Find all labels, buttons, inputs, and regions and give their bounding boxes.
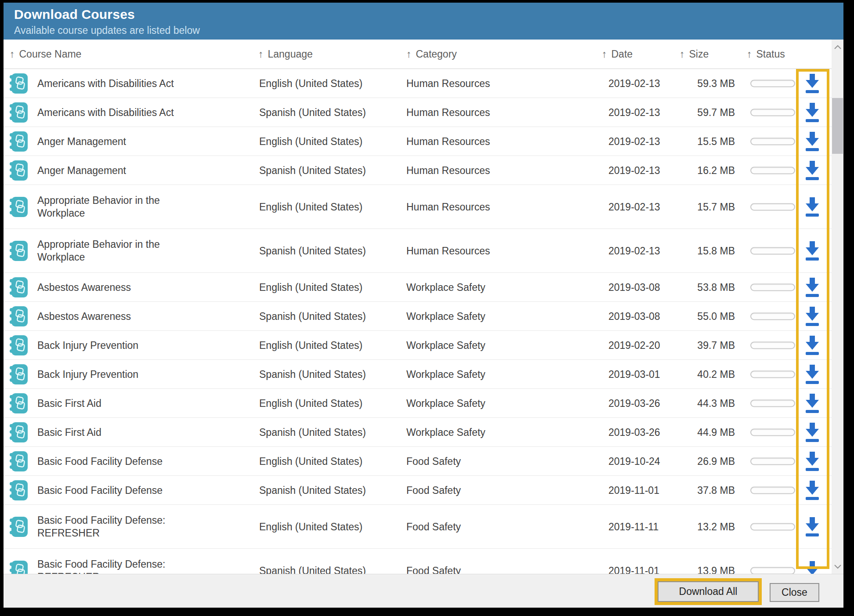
course-category: Food Safety (406, 455, 461, 467)
table-row: Anger Management English (United States)… (4, 127, 832, 156)
download-course-button[interactable] (800, 364, 825, 384)
course-name: Asbestos Awareness (37, 310, 209, 322)
scrollbar-thumb[interactable] (832, 98, 843, 154)
table-row: Basic Food Facility Defense: REFRESHER E… (4, 505, 832, 549)
course-size: 15.7 MB (680, 201, 735, 213)
download-course-button[interactable] (800, 241, 825, 261)
course-language: Spanish (United States) (259, 426, 366, 438)
download-progress-bar (750, 523, 795, 530)
course-size: 53.8 MB (680, 281, 735, 293)
download-arrow-icon (803, 561, 821, 574)
download-arrow-icon (803, 393, 821, 413)
course-size: 40.2 MB (680, 368, 735, 380)
download-course-button[interactable] (800, 102, 825, 123)
download-arrow-icon (803, 241, 821, 261)
course-name: Basic First Aid (37, 397, 209, 409)
table-row: Americans with Disabilities Act English … (4, 69, 832, 98)
download-course-button[interactable] (800, 197, 825, 217)
download-all-button[interactable]: Download All (658, 581, 759, 602)
course-name: Asbestos Awareness (37, 281, 209, 294)
download-course-button[interactable] (800, 277, 825, 297)
download-course-button[interactable] (800, 73, 825, 94)
course-language: English (United States) (259, 77, 362, 89)
course-icon (9, 240, 28, 262)
screenshot-frame: Download Courses Available course update… (0, 0, 854, 616)
course-size: 15.5 MB (680, 135, 735, 147)
sort-ascending-icon: ↑ (258, 48, 264, 60)
course-name: Basic Food Facility Defense: REFRESHER (37, 514, 209, 540)
download-arrow-icon (803, 160, 821, 181)
download-arrow-icon (803, 306, 821, 326)
course-icon (9, 392, 28, 414)
course-date: 2019-11-11 (608, 521, 659, 533)
course-category: Workplace Safety (406, 339, 485, 351)
download-arrow-icon (803, 451, 821, 471)
table-row: Appropriate Behavior in the Workplace Sp… (4, 229, 832, 273)
course-language: English (United States) (259, 201, 362, 213)
course-language: Spanish (United States) (259, 565, 366, 574)
course-icon (9, 196, 28, 218)
course-name: Appropriate Behavior in the Workplace (37, 238, 209, 264)
column-header-status[interactable]: ↑Status (747, 48, 785, 60)
column-header-course-name[interactable]: ↑Course Name (10, 48, 81, 60)
close-button[interactable]: Close (770, 583, 819, 602)
download-course-button[interactable] (800, 393, 825, 413)
download-course-button[interactable] (800, 422, 825, 442)
course-date: 2019-02-13 (608, 77, 660, 89)
download-progress-bar (750, 341, 795, 349)
sort-ascending-icon: ↑ (680, 48, 685, 60)
download-arrow-icon (803, 131, 821, 152)
course-icon (9, 479, 28, 501)
download-course-button[interactable] (800, 131, 825, 152)
download-progress-bar (750, 203, 795, 210)
course-name: Basic First Aid (37, 426, 209, 438)
course-category: Human Resources (406, 245, 490, 257)
sort-ascending-icon: ↑ (10, 48, 15, 60)
download-course-button[interactable] (800, 480, 825, 500)
download-course-button[interactable] (800, 451, 825, 471)
download-progress-bar (750, 457, 795, 465)
course-language: Spanish (United States) (259, 164, 366, 176)
download-course-button[interactable] (800, 561, 825, 574)
table-row: Americans with Disabilities Act Spanish … (4, 98, 832, 127)
download-courses-dialog: Download Courses Available course update… (4, 3, 843, 608)
course-list: Americans with Disabilities Act English … (4, 69, 832, 574)
dialog-title: Download Courses (14, 7, 843, 22)
course-size: 13.9 MB (680, 565, 735, 574)
course-category: Workplace Safety (406, 281, 485, 293)
course-icon (9, 334, 28, 356)
column-header-date[interactable]: ↑Date (602, 48, 633, 60)
download-course-button[interactable] (800, 335, 825, 355)
scroll-up-button[interactable] (832, 40, 843, 54)
download-course-button[interactable] (800, 306, 825, 326)
scroll-down-button[interactable] (832, 559, 843, 574)
column-header-language[interactable]: ↑Language (258, 48, 313, 60)
course-icon (9, 560, 28, 574)
course-icon (9, 421, 28, 443)
column-header-category[interactable]: ↑Category (406, 48, 457, 60)
download-arrow-icon (803, 480, 821, 500)
chevron-down-icon (834, 564, 842, 569)
download-course-button[interactable] (800, 160, 825, 181)
course-icon (9, 276, 28, 298)
dialog-subtitle: Available course updates are listed belo… (14, 25, 843, 36)
course-icon (9, 130, 28, 152)
vertical-scrollbar[interactable] (832, 40, 843, 574)
download-arrow-icon (803, 102, 821, 123)
course-name: Basic Food Facility Defense (37, 455, 209, 467)
column-header-size[interactable]: ↑Size (680, 48, 709, 60)
course-name: Anger Management (37, 135, 209, 148)
course-icon (9, 159, 28, 181)
table-row: Asbestos Awareness English (United State… (4, 273, 832, 302)
course-category: Human Resources (406, 164, 490, 176)
course-category: Workplace Safety (406, 310, 485, 322)
download-progress-bar (750, 138, 795, 145)
download-course-button[interactable] (800, 517, 825, 537)
course-category: Workplace Safety (406, 426, 485, 438)
download-progress-bar (750, 283, 795, 291)
course-date: 2019-03-26 (608, 397, 660, 409)
course-language: English (United States) (259, 455, 362, 467)
download-progress-bar (750, 486, 795, 494)
course-date: 2019-11-01 (608, 565, 659, 574)
download-progress-bar (750, 109, 795, 116)
